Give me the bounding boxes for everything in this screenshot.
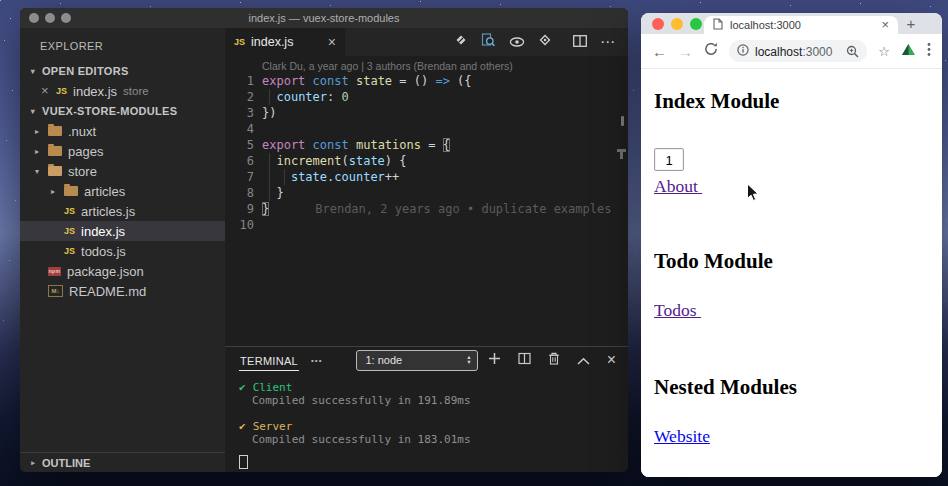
file-tree: ▸.nuxt▸pages▾store▸articlesJSarticles.js… — [20, 121, 225, 301]
vue-devtools-extension-icon[interactable] — [901, 42, 916, 60]
terminal-more-icon[interactable]: ••• — [311, 356, 322, 365]
open-changes-icon[interactable] — [538, 33, 552, 51]
terminal-output[interactable]: ✔ClientCompiled successfully in 191.89ms… — [225, 373, 628, 469]
module-section: Nested ModulesWebsite — [654, 375, 942, 446]
split-editor-icon[interactable] — [573, 33, 587, 51]
kill-terminal-trash-icon[interactable] — [548, 351, 560, 369]
code-line-8: 8 } — [225, 185, 628, 201]
open-editors-section-header[interactable]: ▾ OPEN EDITORS — [20, 61, 225, 81]
line-number: 1 — [225, 73, 254, 89]
vscode-titlebar[interactable]: index.js — vuex-store-modules — [20, 8, 628, 28]
module-heading: Nested Modules — [654, 375, 942, 399]
tree-item-.nuxt[interactable]: ▸.nuxt — [20, 121, 225, 141]
browser-tab[interactable]: localhost:3000 × — [704, 16, 898, 34]
terminal-tab[interactable]: TERMINAL — [239, 350, 299, 371]
project-section-header[interactable]: ▾ VUEX-STORE-MODULES — [20, 101, 225, 121]
outline-section-header[interactable]: ▸ OUTLINE — [20, 452, 225, 472]
code-line-5: 5export const mutations = { — [225, 137, 628, 153]
overview-ruler-mark — [621, 116, 624, 126]
open-editor-filename: index.js — [73, 84, 117, 99]
tab-indexjs[interactable]: JS index.js × — [225, 28, 345, 56]
compile-detail: Compiled successfully in 191.89ms — [239, 394, 628, 407]
code-line-7: 7 state.counter++ — [225, 169, 628, 185]
counter-button[interactable]: 1 — [654, 148, 684, 171]
module-section: Index Module1About — [654, 89, 942, 196]
markdown-file-icon: M↓ — [48, 285, 63, 297]
js-file-icon: JS — [64, 246, 75, 256]
line-number: 6 — [225, 153, 254, 169]
open-editor-item-indexjs[interactable]: × JS index.js store — [20, 81, 225, 101]
new-tab-button[interactable]: + — [898, 16, 924, 32]
tree-item-label: store — [68, 164, 97, 179]
tree-item-pages[interactable]: ▸pages — [20, 141, 225, 161]
codelens-annotation[interactable]: Clark Du, a year ago | 3 authors (Brenda… — [262, 60, 628, 73]
split-terminal-icon[interactable] — [518, 351, 531, 369]
module-section: Todo ModuleTodos — [654, 249, 942, 320]
folder-icon — [48, 146, 62, 156]
link-todos[interactable]: Todos — [654, 300, 701, 320]
bookmark-star-icon[interactable]: ☆ — [878, 44, 890, 59]
js-file-icon: JS — [234, 37, 245, 47]
terminal-session-select[interactable]: 1: node ▲▼ — [356, 350, 477, 371]
tree-item-todos.js[interactable]: JStodos.js — [20, 241, 225, 261]
code-line-6: 6 increment(state) { — [225, 153, 628, 169]
maximize-window-icon[interactable] — [690, 18, 702, 30]
chevron-right-icon: ▸ — [32, 147, 42, 156]
tree-item-articles[interactable]: ▸articles — [20, 181, 225, 201]
close-window-icon[interactable] — [652, 18, 664, 30]
link-about[interactable]: About — [654, 176, 702, 196]
link-website[interactable]: Website — [654, 426, 710, 446]
toggle-blame-eye-icon[interactable] — [509, 33, 525, 51]
zoom-icon[interactable] — [846, 45, 859, 58]
js-file-icon: JS — [64, 206, 75, 216]
indent-guide — [269, 169, 270, 185]
url-port: :3000 — [802, 45, 832, 59]
git-blame-annotation: Brendan, 2 years ago • duplicate example… — [315, 202, 611, 216]
close-panel-icon[interactable]: × — [607, 354, 616, 366]
line-number: 9 — [225, 201, 254, 217]
tree-item-README.md[interactable]: M↓README.md — [20, 281, 225, 301]
code-editor[interactable]: Clark Du, a year ago | 3 authors (Brenda… — [225, 56, 628, 346]
reload-button[interactable] — [704, 42, 718, 60]
tab-close-icon[interactable]: × — [328, 36, 336, 48]
code-line-10: 10 — [225, 217, 628, 233]
site-info-icon[interactable] — [737, 42, 749, 60]
explorer-sidebar: EXPLORER ▾ OPEN EDITORS × JS index.js st… — [20, 28, 225, 472]
line-number: 10 — [225, 217, 254, 233]
close-editor-icon[interactable]: × — [41, 86, 50, 96]
js-file-icon: JS — [56, 86, 67, 96]
more-actions-icon[interactable]: ⋯ — [600, 38, 615, 46]
address-bar[interactable]: localhost:3000 — [729, 40, 867, 62]
open-editors-label: OPEN EDITORS — [42, 65, 129, 77]
chevron-down-icon: ▾ — [28, 67, 38, 76]
tree-item-label: .nuxt — [68, 124, 96, 139]
line-number: 2 — [225, 89, 254, 105]
tree-item-store[interactable]: ▾store — [20, 161, 225, 181]
outline-label: OUTLINE — [42, 457, 90, 469]
forward-button[interactable]: → — [678, 44, 693, 59]
chevron-right-icon: ▸ — [32, 127, 42, 136]
tab-close-icon[interactable]: × — [881, 20, 889, 30]
tree-item-package.json[interactable]: npmpackage.json — [20, 261, 225, 281]
code-line-4: 4 — [225, 121, 628, 137]
browser-toolbar: ← → localhost:3000 ☆ — [641, 34, 942, 69]
editor-tabbar: JS index.js × ⋯ — [225, 28, 628, 56]
back-button[interactable]: ← — [652, 44, 667, 59]
code-line-3: 3}) — [225, 105, 628, 121]
minimize-window-icon[interactable] — [671, 18, 683, 30]
new-terminal-icon[interactable] — [488, 351, 501, 369]
check-icon: ✔ — [239, 420, 246, 433]
line-number: 4 — [225, 121, 254, 137]
gitlens-blame-icon[interactable] — [454, 33, 468, 51]
tree-item-index.js[interactable]: JSindex.js — [20, 221, 225, 241]
terminal-cursor — [239, 455, 248, 469]
search-commits-icon[interactable] — [481, 33, 496, 51]
code-lines: 1export const state = () => ({2 counter:… — [225, 73, 628, 233]
folder-icon — [64, 186, 78, 196]
chevron-right-icon: ▸ — [28, 459, 38, 467]
tree-item-articles.js[interactable]: JSarticles.js — [20, 201, 225, 221]
maximize-panel-chevron-icon[interactable] — [577, 351, 590, 369]
terminal-session-value: 1: node — [365, 354, 402, 366]
browser-menu-icon[interactable] — [927, 42, 931, 61]
folder-open-icon — [48, 166, 62, 176]
